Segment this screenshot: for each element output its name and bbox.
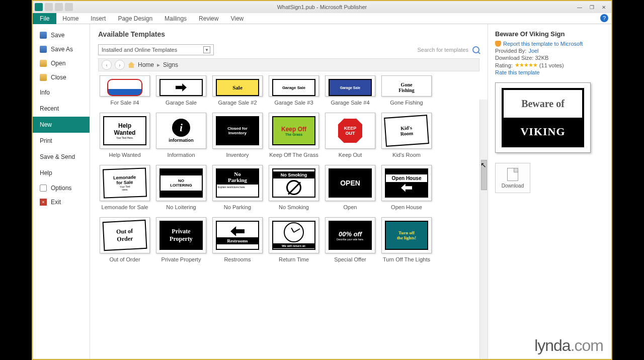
provider-link[interactable]: Joel	[528, 48, 538, 54]
scrollbar-thumb[interactable]	[481, 160, 487, 190]
template-item[interactable]: For Sale #4	[98, 75, 151, 107]
lynda-watermark: lynda.com	[534, 336, 603, 355]
undo-qat-icon[interactable]	[55, 3, 63, 11]
nav-back-button[interactable]: ‹	[102, 60, 112, 70]
save-qat-icon[interactable]	[45, 3, 53, 11]
tab-home[interactable]: Home	[56, 13, 85, 24]
template-item[interactable]: Keep OffThe GrassKeep Off The Grass	[267, 113, 320, 159]
backstage-sidebar: Save Save As Open Close Info Recent New …	[33, 24, 90, 359]
nav-forward-button[interactable]: ›	[115, 60, 125, 70]
sidebar-label: Open	[51, 60, 65, 67]
template-item[interactable]: Garage SaleGarage Sale #3	[267, 75, 320, 107]
template-item[interactable]: No ParkingExplain restrictions here.No P…	[211, 165, 264, 211]
preview-text-top: Beware of	[504, 90, 582, 118]
template-label: Garage Sale #2	[218, 100, 257, 107]
sidebar-item-new[interactable]: New	[33, 117, 90, 133]
template-item[interactable]: RestroomsRestrooms	[211, 217, 264, 263]
sidebar-item-options[interactable]: Options	[33, 181, 90, 195]
search-icon[interactable]	[472, 46, 479, 53]
template-label: No Smoking	[279, 204, 309, 211]
template-item[interactable]: Garage Sale	[154, 75, 208, 107]
template-preview: Beware of VIKING	[495, 82, 591, 153]
template-label: Private Property	[162, 256, 201, 263]
breadcrumb-sep: ▸	[157, 61, 160, 68]
template-item[interactable]: Gone FishingGone Fishing	[380, 75, 433, 107]
sidebar-item-close[interactable]: Close	[33, 70, 90, 84]
report-template-link[interactable]: Report this template to Microsoft	[503, 41, 583, 47]
template-label: Garage Sale #3	[274, 100, 313, 107]
template-source-dropdown[interactable]: Installed and Online Templates ▼	[98, 44, 214, 55]
template-item[interactable]: Kid's RoomKid's Room	[380, 113, 433, 159]
tab-review[interactable]: Review	[193, 13, 224, 24]
tab-insert[interactable]: Insert	[85, 13, 112, 24]
template-item[interactable]: Out of OrderOut of Order	[98, 217, 151, 263]
vote-count: (11 votes)	[539, 62, 564, 68]
publisher-icon	[35, 3, 43, 11]
sidebar-item-recent[interactable]: Recent	[33, 101, 90, 117]
home-icon[interactable]	[128, 62, 135, 68]
scrollbar[interactable]	[479, 100, 488, 359]
sidebar-item-saveas[interactable]: Save As	[33, 42, 90, 56]
sidebar-item-savesend[interactable]: Save & Send	[33, 149, 90, 165]
restore-button[interactable]: ❐	[587, 4, 596, 11]
template-label: Inventory	[226, 152, 249, 159]
template-label: Information	[167, 152, 195, 159]
sidebar-item-save[interactable]: Save	[33, 28, 90, 42]
redo-qat-icon[interactable]	[65, 3, 73, 11]
minimize-button[interactable]: —	[575, 4, 584, 11]
sidebar-label: Close	[51, 74, 66, 81]
sidebar-label: Save As	[51, 46, 73, 53]
tab-file[interactable]: File	[33, 13, 56, 24]
tab-mailings[interactable]: Mailings	[158, 13, 193, 24]
tab-view[interactable]: View	[224, 13, 250, 24]
template-label: Garage Sale #4	[331, 100, 369, 107]
breadcrumb: ‹ › Home ▸ Signs	[98, 58, 479, 71]
template-label: Restrooms	[224, 256, 251, 263]
rate-template-link[interactable]: Rate this template	[495, 69, 604, 75]
chevron-down-icon: ▼	[203, 46, 210, 53]
detail-title: Beware Of Viking Sign	[495, 30, 604, 38]
template-item[interactable]: KEEP OUTKeep Out	[324, 113, 377, 159]
help-icon[interactable]: ?	[600, 14, 608, 22]
search-input[interactable]: Search for templates	[418, 47, 469, 53]
title-bar: WhatSign1.pub - Microsoft Publisher — ❐ …	[33, 1, 611, 13]
template-gallery-panel: Available Templates Installed and Online…	[90, 24, 488, 359]
template-item[interactable]: Closed for InventoryInventory	[211, 113, 264, 159]
sidebar-label: Exit	[51, 199, 61, 206]
template-label: Lemonade for Sale	[102, 204, 148, 211]
sidebar-item-exit[interactable]: ×Exit	[33, 195, 90, 209]
arrow-left-icon	[230, 226, 245, 236]
template-detail-panel: Beware Of Viking Sign Report this templa…	[488, 24, 611, 359]
template-gallery: For Sale #4 Garage Sale SaleGarage Sale …	[98, 75, 479, 263]
breadcrumb-home[interactable]: Home	[138, 61, 154, 68]
sidebar-label: Save	[51, 32, 64, 39]
sidebar-item-help[interactable]: Help	[33, 165, 90, 181]
stop-sign-icon: KEEP OUT	[337, 118, 363, 144]
template-item[interactable]: Help WantedYour Text Here.Help Wanted	[98, 113, 151, 159]
template-item[interactable]: NO LOITERINGNo Loitering	[154, 165, 208, 211]
template-item[interactable]: Garage SaleGarage Sale #4	[324, 75, 377, 107]
template-item[interactable]: Open HouseOpen House	[380, 165, 433, 211]
breadcrumb-signs[interactable]: Signs	[163, 61, 178, 68]
download-button[interactable]: Download	[495, 163, 530, 193]
close-window-button[interactable]: ✕	[599, 4, 608, 11]
save-icon	[40, 32, 47, 39]
sidebar-item-print[interactable]: Print	[33, 133, 90, 149]
content-area: Available Templates Installed and Online…	[90, 24, 611, 359]
template-label: Return Time	[279, 256, 309, 263]
template-item[interactable]: 00% offDescribe your sale here.Special O…	[324, 217, 377, 263]
template-item[interactable]: No SmokingNo Smoking	[267, 165, 320, 211]
template-item[interactable]: Turn off the lights!Turn Off The Lights	[380, 217, 433, 263]
template-label: Garage Sale	[166, 100, 197, 107]
template-item[interactable]: We will return at:Return Time	[267, 217, 320, 263]
template-item[interactable]: iinformationInformation	[154, 113, 208, 159]
tab-page-design[interactable]: Page Design	[112, 13, 158, 24]
template-label: Gone Fishing	[390, 100, 423, 107]
sidebar-item-open[interactable]: Open	[33, 56, 90, 70]
template-item[interactable]: Private PropertyPrivate Property	[154, 217, 208, 263]
sidebar-item-info[interactable]: Info	[33, 84, 90, 101]
template-item[interactable]: SaleGarage Sale #2	[211, 75, 264, 107]
template-item[interactable]: Lemonade for SaleYour Text Here.Lemonade…	[98, 165, 151, 211]
template-item[interactable]: OPENOpen	[324, 165, 377, 211]
template-label: For Sale #4	[111, 100, 139, 107]
